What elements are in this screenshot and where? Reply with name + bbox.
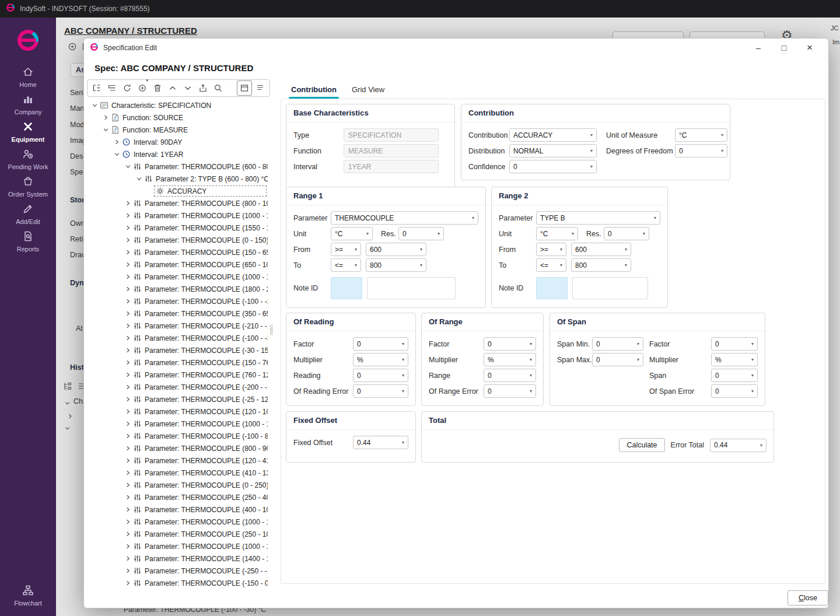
- chevron-collapsed-icon[interactable]: [124, 249, 132, 257]
- chevron-collapsed-icon[interactable]: [124, 542, 132, 551]
- span-max-select[interactable]: 0▾: [592, 353, 643, 366]
- sidebar-item-company[interactable]: Company: [0, 90, 56, 118]
- chevron-collapsed-icon[interactable]: [124, 273, 132, 281]
- tree-item[interactable]: Parameter: THERMOCOUPLE (1000 - 1800: [87, 271, 270, 283]
- of-span-error-select[interactable]: 0▾: [711, 384, 758, 398]
- sidebar-item-add-edit[interactable]: Add/Edit: [0, 200, 56, 228]
- chevron-collapsed-icon[interactable]: [124, 506, 132, 514]
- tree-item[interactable]: Parameter: THERMOCOUPLE (250 - 400) °: [87, 491, 270, 503]
- distribution-select[interactable]: NORMAL▾: [509, 144, 597, 158]
- range2-to-operator-select[interactable]: <=▾: [536, 258, 566, 272]
- of-range-range-select[interactable]: 0▾: [484, 369, 536, 382]
- range1-parameter-select[interactable]: THERMOCOUPLE▾: [331, 211, 478, 225]
- tree-item[interactable]: Parameter: THERMOCOUPLE (400 - 1000): [87, 503, 270, 516]
- chevron-collapsed-icon[interactable]: [124, 420, 132, 428]
- tree-item[interactable]: Parameter: THERMOCOUPLE (150 - 650) °: [87, 246, 270, 258]
- confidence-select[interactable]: 0▾: [509, 160, 597, 173]
- range1-note-id-input[interactable]: [331, 277, 362, 299]
- tree-item[interactable]: Parameter: THERMOCOUPLE (1800 - 2316: [87, 283, 270, 295]
- of-span-factor-select[interactable]: 0▾: [711, 337, 758, 351]
- range1-note-text-box[interactable]: [367, 277, 456, 299]
- of-reading-factor-select[interactable]: 0▾: [353, 337, 408, 351]
- move-up-icon[interactable]: [166, 81, 180, 95]
- tab-grid-view[interactable]: Grid View: [346, 82, 390, 99]
- chevron-collapsed-icon[interactable]: [124, 359, 132, 367]
- collapse-tree-icon[interactable]: [105, 81, 119, 95]
- sidebar-item-home[interactable]: Home: [0, 63, 56, 90]
- calculate-button[interactable]: Calculate: [619, 438, 664, 452]
- tree-item[interactable]: Parameter: THERMOCOUPLE (350 - 650) °: [87, 307, 270, 320]
- tree-item[interactable]: Interval: 90DAY: [87, 136, 270, 148]
- chevron-collapsed-icon[interactable]: [102, 114, 110, 122]
- range2-note-id-input[interactable]: [536, 277, 568, 299]
- sidebar-item-reports[interactable]: Reports: [0, 228, 56, 255]
- sidebar-item-equipment[interactable]: Equipment: [0, 118, 56, 145]
- chevron-collapsed-icon[interactable]: [124, 579, 132, 587]
- range1-unit-select[interactable]: °C▾: [331, 227, 373, 240]
- tree-item[interactable]: fFunction: MEASURE: [87, 124, 270, 136]
- chevron-collapsed-icon[interactable]: [124, 346, 132, 355]
- range1-from-operator-select[interactable]: >=▾: [331, 243, 361, 256]
- of-reading-multiplier-select[interactable]: %▾: [353, 353, 408, 366]
- error-total-select[interactable]: 0.44▾: [710, 439, 766, 452]
- sidebar-item-pending-work[interactable]: Pending Work: [0, 145, 56, 173]
- tree-item[interactable]: Parameter: THERMOCOUPLE (800 - 900) °: [87, 442, 270, 454]
- chevron-collapsed-icon[interactable]: [124, 494, 132, 502]
- tree-item[interactable]: Parameter: THERMOCOUPLE (1000 - 1372: [87, 418, 270, 430]
- range2-note-text-box[interactable]: [572, 277, 648, 299]
- tree-item[interactable]: Parameter: THERMOCOUPLE (-100 - 800): [87, 430, 270, 442]
- contribution-select[interactable]: ACCURACY▾: [509, 128, 597, 142]
- chevron-collapsed-icon[interactable]: [124, 212, 132, 220]
- fixed-offset-select[interactable]: 0.44▾: [353, 436, 408, 449]
- toggle-detail-panel-icon[interactable]: [253, 80, 267, 94]
- chevron-collapsed-icon[interactable]: [124, 518, 132, 526]
- chevron-collapsed-icon[interactable]: [124, 224, 132, 232]
- tree-item[interactable]: Parameter: THERMOCOUPLE (-150 - 0) °C: [87, 577, 270, 589]
- tree-item[interactable]: ACCURACY: [87, 185, 270, 197]
- chevron-collapsed-icon[interactable]: [124, 408, 132, 416]
- chevron-expanded-icon[interactable]: [102, 126, 110, 134]
- chevron-collapsed-icon[interactable]: [124, 383, 132, 391]
- tree-item[interactable]: Parameter: THERMOCOUPLE (0 - 150) °C: [87, 234, 270, 246]
- tree-item[interactable]: Parameter: THERMOCOUPLE (150 - 760) °: [87, 356, 270, 369]
- tree-item[interactable]: Parameter 2: TYPE B (600 - 800) °C: [87, 173, 270, 185]
- tree-item[interactable]: Parameter: THERMOCOUPLE (410 - 1300): [87, 467, 270, 479]
- chevron-expanded-icon[interactable]: [124, 163, 132, 171]
- dialog-titlebar[interactable]: Specification Edit – □ ×: [84, 38, 828, 57]
- panel-splitter-handle[interactable]: ⣿⣿: [270, 325, 274, 334]
- chevron-collapsed-icon[interactable]: [124, 261, 132, 269]
- of-range-multiplier-select[interactable]: %▾: [484, 353, 536, 366]
- chevron-collapsed-icon[interactable]: [124, 285, 132, 293]
- of-range-error-select[interactable]: 0▾: [484, 384, 536, 398]
- of-reading-reading-select[interactable]: 0▾: [353, 369, 408, 382]
- tree-item[interactable]: Parameter: THERMOCOUPLE (1000 - 1550: [87, 209, 270, 222]
- chevron-collapsed-icon[interactable]: [124, 396, 132, 404]
- tree-item[interactable]: Characteristic: SPECIFICATION: [87, 99, 270, 111]
- range2-unit-select[interactable]: °C▾: [536, 227, 578, 240]
- tree-item[interactable]: Parameter: THERMOCOUPLE (760 - 1200): [87, 369, 270, 381]
- of-span-span-select[interactable]: 0▾: [711, 369, 758, 382]
- chevron-collapsed-icon[interactable]: [124, 310, 132, 318]
- tree-item[interactable]: Parameter: THERMOCOUPLE (800 - 1000): [87, 197, 270, 209]
- expand-tree-icon[interactable]: [90, 81, 104, 95]
- tree-item[interactable]: Parameter: THERMOCOUPLE (120 - 410) °: [87, 454, 270, 467]
- chevron-expanded-icon[interactable]: [135, 175, 143, 183]
- degrees-of-freedom-select[interactable]: 0▾: [675, 144, 727, 158]
- tree-item[interactable]: Parameter: THERMOCOUPLE (-100 - -25): [87, 295, 270, 307]
- minimize-button[interactable]: –: [746, 40, 771, 56]
- type-input[interactable]: SPECIFICATION: [344, 128, 439, 142]
- move-down-icon[interactable]: [181, 81, 195, 95]
- tree-item[interactable]: Parameter: THERMOCOUPLE (120 - 1000): [87, 405, 270, 418]
- maximize-button[interactable]: □: [771, 40, 797, 56]
- tree-item[interactable]: Parameter: THERMOCOUPLE (1000 - 1767: [87, 516, 270, 528]
- tree-item[interactable]: Parameter: THERMOCOUPLE (1550 - 1820: [87, 222, 270, 234]
- chevron-collapsed-icon[interactable]: [113, 138, 121, 146]
- tree-item[interactable]: Interval: 1YEAR: [87, 148, 270, 160]
- tree-item[interactable]: Parameter: THERMOCOUPLE (650 - 1000): [87, 258, 270, 271]
- tab-contribution[interactable]: Contribution: [285, 82, 342, 99]
- add-node-icon[interactable]: ▾: [135, 81, 149, 95]
- chevron-collapsed-icon[interactable]: [124, 469, 132, 477]
- close-button[interactable]: Close: [788, 590, 828, 606]
- range2-from-value-select[interactable]: 600▾: [571, 243, 631, 256]
- unit-of-measure-select[interactable]: °C▾: [675, 128, 727, 142]
